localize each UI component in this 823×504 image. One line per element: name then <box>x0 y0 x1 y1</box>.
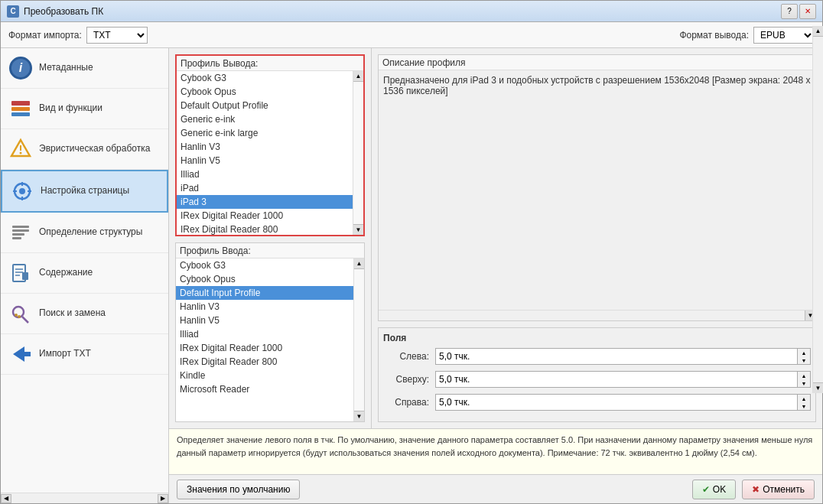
sidebar-label-structure: Определение структуры <box>39 226 142 239</box>
input-profile-item[interactable]: Illiad <box>176 327 353 341</box>
ok-button[interactable]: ✔ OK <box>692 480 736 499</box>
input-profile-item[interactable]: Cybook G3 <box>176 259 353 272</box>
input-profile-vscroll[interactable]: ▲ ▼ <box>353 259 364 422</box>
input-profile-label: Профиль Ввода: <box>176 243 364 259</box>
spin-down-right[interactable]: ▼ <box>798 402 810 410</box>
heuristic-icon <box>8 137 33 161</box>
svg-marker-25 <box>13 346 31 362</box>
help-button[interactable]: ? <box>781 4 798 19</box>
sidebar-label-metadata: Метаданные <box>39 62 93 74</box>
spin-up-right[interactable]: ▲ <box>798 395 810 402</box>
svg-rect-14 <box>12 233 24 236</box>
output-profile-list[interactable]: Cybook G3 Cybook Opus Default Output Pro… <box>177 71 353 235</box>
sidebar-item-page-setup[interactable]: Настройка страницы <box>1 170 168 213</box>
sidebar-label-page-setup: Настройка страницы <box>41 185 129 197</box>
output-profile-item[interactable]: Cybook Opus <box>177 85 353 99</box>
spin-up-left[interactable]: ▲ <box>798 349 810 356</box>
output-profile-item[interactable]: Generic e-ink large <box>177 126 353 140</box>
sidebar-item-import[interactable]: Импорт TXT <box>1 334 168 375</box>
sidebar-item-structure[interactable]: Определение структуры <box>1 213 168 253</box>
main-window: C Преобразовать ПК ? ✕ Формат импорта: T… <box>0 0 823 504</box>
sidebar-label-contents: Содержание <box>39 267 93 279</box>
panels-row: Профиль Вывода: Cybook G3 Cybook Opus De… <box>169 48 822 428</box>
check-icon: ✔ <box>702 484 710 495</box>
spin-down-left[interactable]: ▼ <box>798 356 810 364</box>
sidebar-item-metadata[interactable]: i Метаданные <box>1 48 168 89</box>
defaults-button[interactable]: Значения по умолчанию <box>177 480 300 499</box>
output-profile-item[interactable]: iPad <box>177 181 353 195</box>
right-vscroll[interactable]: ▲ ▼ <box>812 48 822 393</box>
input-profile-item[interactable]: Kindle <box>176 369 353 382</box>
sidebar-item-heuristic[interactable]: Эвристическая обработка <box>1 129 168 170</box>
search-icon <box>8 301 33 326</box>
output-profile-item[interactable]: Cybook G3 <box>177 71 353 85</box>
action-buttons: ✔ OK ✖ Отменить <box>692 480 815 499</box>
spin-down-top[interactable]: ▼ <box>798 379 810 387</box>
field-row-top: Сверху: ▲ ▼ <box>383 371 811 388</box>
output-profile-vscroll[interactable]: ▲ ▼ <box>353 71 363 235</box>
title-buttons: ? ✕ <box>781 4 816 19</box>
svg-point-23 <box>15 314 18 317</box>
field-input-left[interactable]: ▲ ▼ <box>435 348 811 365</box>
svg-rect-13 <box>12 229 29 232</box>
bottom-description: Определяет значение левого поля в тчк. П… <box>169 428 822 474</box>
sidebar-label-heuristic: Эвристическая обработка <box>39 143 150 155</box>
field-value-left[interactable] <box>436 351 797 362</box>
page-setup-icon <box>10 179 34 203</box>
field-row-left: Слева: ▲ ▼ <box>383 348 811 365</box>
view-icon <box>8 96 33 121</box>
sidebar-item-search[interactable]: Поиск и замена <box>1 294 168 334</box>
output-profile-item[interactable]: IRex Digital Reader 1000 <box>177 209 353 223</box>
output-profile-item[interactable]: Default Output Profile <box>177 99 353 112</box>
field-input-top[interactable]: ▲ ▼ <box>435 371 811 388</box>
spin-up-top[interactable]: ▲ <box>798 372 810 379</box>
export-select[interactable]: EPUB MOBI PDF AZW3 <box>753 27 815 44</box>
sidebar-item-contents[interactable]: Содержание <box>1 253 168 294</box>
window-title: Преобразовать ПК <box>24 6 103 17</box>
input-profile-item[interactable]: Cybook Opus <box>176 272 353 286</box>
input-profile-item-selected[interactable]: Default Input Profile <box>176 286 353 300</box>
import-select[interactable]: TXT PDF EPUB MOBI <box>86 27 148 44</box>
description-vscroll[interactable]: ▼ <box>379 310 815 320</box>
cancel-button[interactable]: ✖ Отменить <box>742 480 815 499</box>
structure-icon <box>8 220 33 245</box>
input-profile-item[interactable]: Hanlin V5 <box>176 314 353 327</box>
field-spinner-left[interactable]: ▲ ▼ <box>797 349 810 364</box>
output-profile-section: Профиль Вывода: Cybook G3 Cybook Opus De… <box>175 54 365 236</box>
toolbar: Формат импорта: TXT PDF EPUB MOBI Формат… <box>1 22 822 48</box>
svg-point-7 <box>19 188 25 194</box>
field-spinner-top[interactable]: ▲ ▼ <box>797 372 810 387</box>
field-input-right[interactable]: ▲ ▼ <box>435 394 811 411</box>
main-panel: Профиль Вывода: Cybook G3 Cybook Opus De… <box>169 48 822 503</box>
input-profile-item[interactable]: Hanlin V3 <box>176 300 353 314</box>
svg-rect-1 <box>11 107 30 111</box>
app-icon: C <box>7 5 19 18</box>
field-row-right: Справа: ▲ ▼ <box>383 394 811 411</box>
svg-rect-15 <box>12 237 21 239</box>
input-profile-item[interactable]: IRex Digital Reader 1000 <box>176 341 353 355</box>
sidebar-hscroll[interactable]: ◀ ▶ <box>1 493 168 503</box>
sidebar-item-view[interactable]: Вид и функции <box>1 89 168 129</box>
toolbar-left: Формат импорта: TXT PDF EPUB MOBI <box>8 27 148 44</box>
input-profile-item[interactable]: Microsoft Reader <box>176 382 353 396</box>
output-profile-item[interactable]: Illiad <box>177 167 353 181</box>
content-area: i Метаданные Вид и функции <box>1 48 822 503</box>
left-panels: Профиль Вывода: Cybook G3 Cybook Opus De… <box>169 48 372 428</box>
output-profile-item-selected[interactable]: iPad 3 <box>177 195 353 209</box>
output-profile-item[interactable]: Generic e-ink <box>177 112 353 126</box>
close-button[interactable]: ✕ <box>799 4 816 19</box>
sidebar-label-import: Импорт TXT <box>39 348 91 360</box>
field-name-right: Справа: <box>383 397 429 408</box>
svg-point-24 <box>18 315 21 318</box>
title-bar-left: C Преобразовать ПК <box>7 5 103 18</box>
input-profile-item[interactable]: IRex Digital Reader 800 <box>176 355 353 369</box>
field-value-right[interactable] <box>436 397 797 408</box>
field-value-top[interactable] <box>436 374 797 385</box>
output-profile-item[interactable]: Hanlin V5 <box>177 154 353 167</box>
description-section: Описание профиля Предназначено для iPad … <box>378 54 816 321</box>
info-icon: i <box>8 56 33 80</box>
output-profile-item[interactable]: IRex Digital Reader 800 <box>177 223 353 235</box>
input-profile-list[interactable]: Cybook G3 Cybook Opus Default Input Prof… <box>176 259 353 422</box>
output-profile-item[interactable]: Hanlin V3 <box>177 140 353 154</box>
field-spinner-right[interactable]: ▲ ▼ <box>797 395 810 410</box>
